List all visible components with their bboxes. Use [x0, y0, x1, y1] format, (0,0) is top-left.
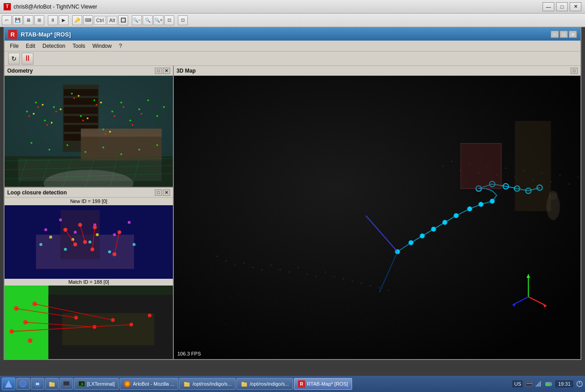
menu-file[interactable]: File	[6, 42, 22, 50]
taskbar-browser-icon[interactable]	[31, 378, 44, 390]
svg-point-115	[216, 256, 218, 257]
svg-point-38	[46, 124, 48, 126]
svg-point-52	[78, 95, 79, 97]
svg-marker-221	[5, 380, 12, 387]
vnc-tool-refresh[interactable]: ▶	[59, 15, 69, 25]
vnc-tool-zoom-fit[interactable]: ⊡	[164, 15, 174, 25]
power-tray-icon[interactable]	[576, 380, 583, 387]
svg-point-170	[505, 168, 506, 169]
menu-detection[interactable]: Detection	[39, 42, 69, 50]
svg-point-27	[163, 106, 165, 108]
vnc-close-btn[interactable]: ✕	[570, 2, 581, 11]
vnc-tool-options[interactable]: 🖥	[23, 15, 33, 25]
vnc-tool-reconnect[interactable]: ⤺	[2, 15, 12, 25]
svg-point-48	[33, 113, 35, 115]
svg-point-141	[275, 303, 276, 304]
svg-point-155	[226, 323, 227, 324]
svg-point-178	[577, 177, 579, 178]
svg-point-146	[320, 305, 321, 306]
svg-point-186	[289, 247, 290, 248]
svg-point-37	[37, 106, 39, 108]
svg-point-142	[284, 305, 285, 306]
taskbar-rtabmap[interactable]: R RTAB-Map* [ROS]	[294, 378, 352, 390]
svg-point-127	[325, 272, 326, 273]
terminal-icon: _$	[78, 380, 85, 387]
svg-point-125	[306, 274, 308, 275]
vnc-tool-zoom-reset[interactable]: 🔍	[143, 15, 153, 25]
taskbar-screen-icon[interactable]	[60, 378, 73, 390]
svg-point-130	[352, 281, 353, 282]
svg-point-51	[60, 108, 61, 110]
svg-point-22	[121, 101, 122, 103]
odometry-min-btn[interactable]: □	[155, 68, 162, 74]
svg-rect-224	[36, 383, 39, 385]
network-icon	[19, 380, 27, 387]
vnc-tool-clipboard[interactable]: 🔲	[118, 15, 128, 25]
vnc-ctrl-label[interactable]: Ctrl	[94, 16, 106, 25]
ros-subtoolbar: ↻ ⏸	[5, 51, 580, 66]
svg-point-54	[100, 101, 102, 103]
vnc-maximize-btn[interactable]: □	[556, 2, 568, 11]
rtabmap-label: RTAB-Map* [ROS]	[307, 381, 348, 387]
browser-icon	[34, 380, 41, 387]
svg-point-140	[266, 296, 267, 297]
taskbar-folder-icon[interactable]	[45, 378, 59, 390]
svg-point-133	[379, 287, 380, 289]
vnc-tool-zoom-in[interactable]: 🔍+	[153, 15, 163, 25]
ros-refresh-btn[interactable]: ↻	[8, 53, 20, 65]
fps-label: 106.3 FPS	[177, 351, 201, 356]
odometry-header: Odometry □ ✕	[5, 66, 173, 76]
svg-rect-243	[537, 384, 538, 387]
menu-window[interactable]: Window	[89, 42, 116, 50]
taskbar-folder-1[interactable]: /opt/ros/indigo/s...	[179, 378, 236, 390]
svg-rect-238	[527, 383, 528, 384]
loop-closure-min-btn[interactable]: □	[155, 189, 162, 196]
vnc-tool-screenshot[interactable]: 💾	[13, 15, 23, 25]
svg-point-14	[35, 101, 37, 103]
terminal-label: [LXTerminal]	[87, 381, 115, 387]
ros-min-btn[interactable]: −	[551, 31, 559, 38]
ros-title: RTAB-Map* [ROS]	[21, 31, 550, 38]
folder1-label: /opt/ros/indigo/s...	[192, 381, 232, 387]
taskbar-terminal[interactable]: _$ [LXTerminal]	[74, 378, 119, 390]
loop-new-id: New ID = 199 [0]	[5, 198, 173, 205]
vnc-tool-keyboard[interactable]: ⌨	[83, 15, 93, 25]
svg-point-144	[302, 308, 303, 309]
ros-max-btn[interactable]: □	[560, 31, 568, 38]
odometry-scene-svg	[5, 76, 173, 187]
svg-point-53	[87, 117, 88, 119]
vnc-tool-pause[interactable]: ⏸	[48, 15, 58, 25]
taskbar-start-button[interactable]	[2, 378, 15, 390]
taskbar-folder-2[interactable]: /opt/ros/indigo/s...	[237, 378, 293, 390]
taskbar-network-icon[interactable]	[16, 378, 30, 390]
svg-point-28	[31, 142, 32, 144]
taskbar-tray: US 19:31	[512, 380, 583, 387]
menu-edit[interactable]: Edit	[22, 42, 39, 50]
vnc-tool-zoom-out[interactable]: 🔍−	[132, 15, 142, 25]
map-min-btn[interactable]: □	[571, 68, 578, 74]
folder-icon-1	[48, 380, 56, 387]
ros-close-btn[interactable]: ✕	[569, 31, 577, 38]
vnc-minimize-btn[interactable]: —	[543, 2, 554, 11]
svg-point-39	[55, 111, 57, 112]
svg-point-78	[88, 240, 92, 244]
vnc-tool-fullscreen[interactable]: ⊞	[34, 15, 44, 25]
svg-point-72	[74, 231, 77, 234]
ros-pause-btn[interactable]: ⏸	[22, 53, 33, 65]
vnc-tool-extra[interactable]: ⊡	[178, 15, 188, 25]
svg-point-81	[49, 235, 52, 239]
svg-point-93	[112, 252, 116, 256]
loop-closure-close-btn[interactable]: ✕	[163, 189, 170, 196]
vnc-tool-keys[interactable]: 🔑	[72, 15, 82, 25]
svg-rect-114	[174, 76, 580, 359]
taskbar-firefox[interactable]: ArloBot - Mozilla ...	[120, 378, 178, 390]
odometry-close-btn[interactable]: ✕	[163, 68, 170, 74]
menu-help[interactable]: ?	[115, 42, 125, 50]
loop-match-id-label: Match ID = 188 [0]	[5, 279, 173, 286]
map-canvas: 106.3 FPS	[174, 76, 580, 359]
menu-tools[interactable]: Tools	[69, 42, 89, 50]
svg-point-77	[64, 248, 67, 251]
vnc-titlebar: T chris8@ArloBot - TightVNC Viewer — □ ✕	[0, 0, 585, 14]
svg-point-163	[442, 166, 443, 167]
vnc-alt-label[interactable]: Alt	[107, 16, 117, 25]
